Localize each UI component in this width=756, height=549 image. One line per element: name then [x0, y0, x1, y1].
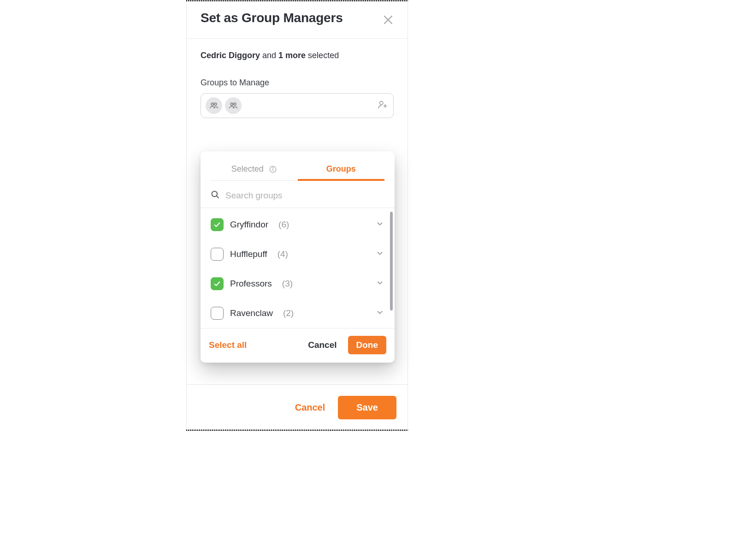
selected-user-name: Cedric Diggory: [201, 51, 260, 60]
tab-selected[interactable]: Selected: [211, 160, 298, 180]
select-all-button[interactable]: Select all: [209, 340, 247, 350]
checkbox[interactable]: [211, 218, 224, 231]
tab-groups[interactable]: Groups: [298, 160, 385, 180]
group-chip[interactable]: [225, 97, 242, 114]
svg-point-2: [211, 103, 213, 105]
selected-group-chips: [206, 97, 242, 114]
list-item: Hufflepuff (4): [211, 239, 384, 269]
group-name: Gryffindor: [230, 220, 268, 230]
search-icon: [211, 190, 220, 201]
group-name: Hufflepuff: [230, 249, 267, 259]
groups-input[interactable]: [201, 93, 394, 118]
svg-line-13: [217, 196, 219, 198]
info-icon[interactable]: [269, 165, 277, 173]
modal-header: Set as Group Managers: [187, 1, 408, 39]
svg-point-11: [272, 167, 273, 168]
groups-dropdown: Selected Groups: [201, 151, 395, 363]
groups-list: Gryffindor (6) Hufflepuff (4): [201, 208, 395, 328]
group-name: Professors: [230, 279, 272, 289]
group-icon: [209, 101, 219, 110]
group-count: (2): [283, 308, 294, 318]
group-count: (4): [278, 249, 288, 259]
modal-title: Set as Group Managers: [201, 11, 343, 25]
chevron-down-icon[interactable]: [375, 308, 384, 319]
modal-body: Cedric Diggory and 1 more selected Group…: [187, 39, 408, 384]
selection-and-text: and: [260, 51, 278, 60]
list-item: Professors (3): [211, 269, 384, 298]
selection-summary: Cedric Diggory and 1 more selected: [201, 51, 394, 60]
dropdown-done-button[interactable]: Done: [348, 336, 387, 354]
close-icon[interactable]: [383, 14, 394, 27]
group-icon: [229, 101, 238, 110]
checkbox[interactable]: [211, 248, 224, 261]
list-item: Gryffindor (6): [211, 210, 384, 239]
dropdown-cancel-button[interactable]: Cancel: [303, 336, 341, 354]
svg-point-12: [212, 191, 218, 197]
selection-trailing-text: selected: [306, 51, 339, 60]
group-count: (3): [282, 279, 293, 289]
chevron-down-icon[interactable]: [375, 249, 384, 260]
search-row: [201, 181, 395, 208]
svg-point-5: [234, 103, 236, 105]
list-item: Ravenclaw (2): [211, 298, 384, 328]
dropdown-footer: Select all Cancel Done: [201, 328, 395, 363]
svg-point-6: [380, 101, 383, 105]
groups-to-manage-label: Groups to Manage: [201, 78, 394, 88]
modal-bottom-decoration: [186, 430, 408, 431]
modal-footer: Cancel Save: [187, 384, 408, 430]
scrollbar[interactable]: [390, 212, 393, 310]
svg-point-3: [214, 103, 217, 105]
cancel-button[interactable]: Cancel: [290, 397, 330, 418]
set-group-managers-modal: Set as Group Managers Cedric Diggory and…: [186, 1, 408, 430]
group-name: Ravenclaw: [230, 308, 273, 318]
checkbox[interactable]: [211, 307, 224, 320]
add-person-icon[interactable]: [378, 100, 388, 112]
save-button[interactable]: Save: [338, 396, 396, 419]
group-count: (6): [278, 220, 289, 230]
tab-selected-label: Selected: [231, 164, 264, 173]
svg-point-4: [230, 103, 233, 105]
group-chip[interactable]: [206, 97, 222, 114]
tab-groups-label: Groups: [326, 164, 356, 173]
dropdown-tabs: Selected Groups: [211, 160, 384, 181]
chevron-down-icon[interactable]: [375, 278, 384, 289]
chevron-down-icon[interactable]: [375, 219, 384, 230]
search-input[interactable]: [225, 191, 384, 201]
selected-more-count: 1 more: [278, 51, 306, 60]
checkbox[interactable]: [211, 277, 224, 290]
